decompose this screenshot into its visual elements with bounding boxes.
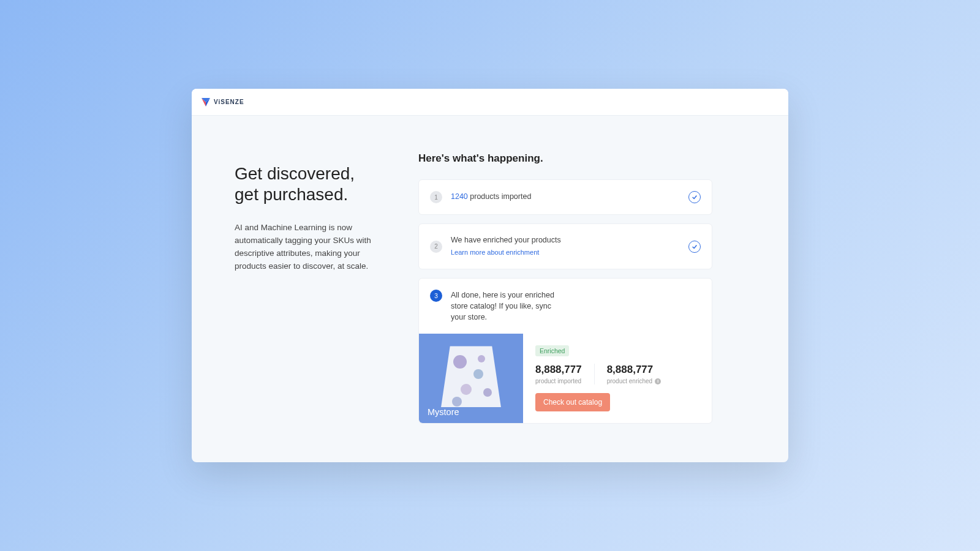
catalog-thumbnail[interactable]: Mystore: [419, 334, 523, 423]
topbar: ViSENZE: [192, 89, 788, 116]
intro-copy: AI and Machine Learning is now automatic…: [235, 222, 394, 273]
step-2-message: We have enriched your products: [451, 235, 680, 246]
app-window: ViSENZE Get discovered, get purchased. A…: [192, 89, 788, 462]
imported-count: 1240: [451, 192, 468, 201]
stat-imported: 8,888,777 product imported: [535, 364, 594, 384]
stat-enriched-label-text: product enriched: [607, 378, 653, 384]
step-2-text: We have enriched your products Learn mor…: [451, 235, 680, 258]
step-number-2: 2: [430, 241, 442, 253]
catalog-stats: 8,888,777 product imported 8,888,777 pro…: [535, 364, 699, 384]
info-icon[interactable]: i: [655, 378, 661, 384]
step-card-2: 2 We have enriched your products Learn m…: [418, 223, 712, 269]
catalog-meta: Enriched 8,888,777 product imported 8,88…: [523, 334, 712, 423]
step-3-text: All done, here is your enriched store ca…: [451, 290, 567, 323]
stat-imported-value: 8,888,777: [535, 364, 582, 376]
store-name: Mystore: [428, 407, 514, 417]
learn-more-link[interactable]: Learn more about enrichment: [451, 248, 539, 257]
checkmark-icon: [688, 191, 701, 203]
brand-name: ViSENZE: [214, 99, 244, 105]
headline-line-1: Get discovered,: [235, 164, 355, 183]
logo-mark-icon: [202, 98, 210, 107]
imported-suffix: products imported: [468, 192, 532, 201]
headline: Get discovered, get purchased.: [235, 163, 394, 204]
stat-enriched-value: 8,888,777: [607, 364, 662, 376]
step-card-3: 3 All done, here is your enriched store …: [418, 278, 712, 424]
stat-enriched-label: product enriched i: [607, 378, 662, 384]
brand-logo[interactable]: ViSENZE: [202, 98, 244, 107]
headline-line-2: get purchased.: [235, 185, 348, 204]
step-number-3: 3: [430, 290, 442, 302]
step-1-text: 1240 products imported: [451, 192, 680, 203]
stat-imported-label: product imported: [535, 378, 582, 384]
stat-enriched: 8,888,777 product enriched i: [594, 364, 674, 384]
intro-column: Get discovered, get purchased. AI and Ma…: [235, 152, 394, 444]
enriched-badge: Enriched: [535, 345, 569, 356]
step-card-1: 1 1240 products imported: [418, 179, 712, 215]
product-image-icon: [441, 346, 501, 407]
checkmark-icon: [688, 241, 701, 253]
check-out-catalog-button[interactable]: Check out catalog: [535, 393, 610, 411]
catalog-row: Mystore Enriched 8,888,777 product impor…: [419, 334, 712, 423]
main-content: Get discovered, get purchased. AI and Ma…: [192, 116, 788, 462]
panel-title: Here's what's happening.: [418, 152, 712, 165]
step-number-1: 1: [430, 191, 442, 203]
status-column: Here's what's happening. 1 1240 products…: [418, 152, 712, 444]
